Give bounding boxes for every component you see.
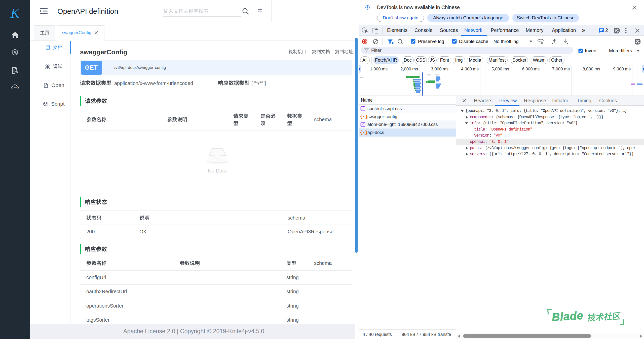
svg-text:API: API <box>13 87 17 89</box>
